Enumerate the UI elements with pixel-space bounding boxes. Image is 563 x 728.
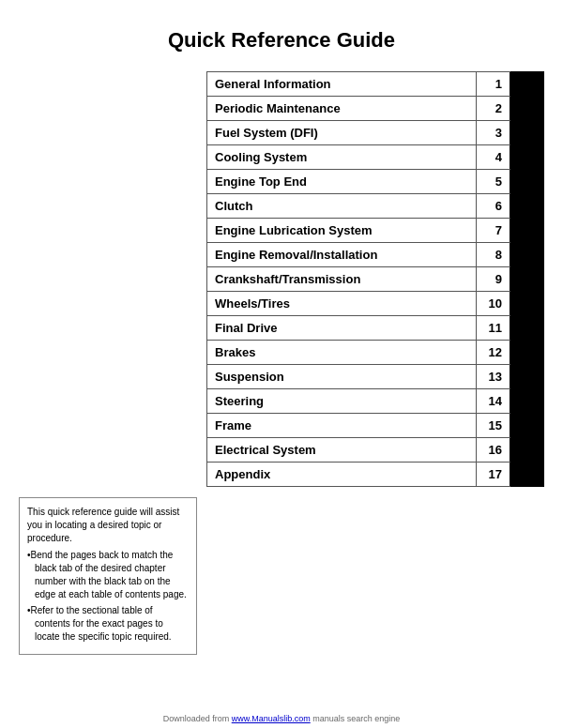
- table-cell-label: Periodic Maintenance: [207, 97, 477, 121]
- table-cell-label: General Information: [207, 72, 477, 97]
- table-cell-label: Engine Top End: [207, 170, 477, 194]
- table-row: Crankshaft/Transmission9: [207, 267, 544, 292]
- table-cell-tab: [510, 219, 544, 243]
- table-row: Clutch6: [207, 194, 544, 219]
- table-cell-number: 17: [477, 463, 510, 487]
- table-cell-tab: [510, 97, 544, 121]
- table-cell-label: Engine Lubrication System: [207, 219, 477, 243]
- sidebar-intro-text: This quick reference guide will assist y…: [27, 506, 189, 545]
- table-cell-number: 11: [477, 316, 510, 341]
- table-cell-tab: [510, 292, 544, 316]
- table-row: Steering14: [207, 389, 544, 414]
- table-cell-tab: [510, 170, 544, 194]
- table-cell-number: 14: [477, 389, 510, 414]
- table-row: Suspension13: [207, 365, 544, 389]
- table-cell-tab: [510, 341, 544, 365]
- sidebar-description-box: This quick reference guide will assist y…: [19, 497, 197, 655]
- table-cell-label: Steering: [207, 389, 477, 414]
- table-cell-label: Cooling System: [207, 145, 477, 170]
- table-row: Appendix17: [207, 463, 544, 487]
- table-cell-tab: [510, 438, 544, 463]
- table-cell-tab: [510, 121, 544, 145]
- footer-link[interactable]: www.Manualslib.com: [232, 714, 311, 723]
- table-cell-number: 15: [477, 414, 510, 438]
- table-row: Engine Lubrication System7: [207, 219, 544, 243]
- table-cell-tab: [510, 267, 544, 292]
- table-cell-number: 1: [477, 72, 510, 97]
- table-cell-label: Final Drive: [207, 316, 477, 341]
- table-cell-tab: [510, 365, 544, 389]
- table-cell-number: 9: [477, 267, 510, 292]
- table-cell-label: Fuel System (DFI): [207, 121, 477, 145]
- table-cell-number: 8: [477, 243, 510, 267]
- page-title: Quick Reference Guide: [0, 0, 563, 71]
- table-cell-number: 5: [477, 170, 510, 194]
- table-cell-tab: [510, 72, 544, 97]
- table-cell-label: Clutch: [207, 194, 477, 219]
- table-cell-tab: [510, 463, 544, 487]
- table-cell-label: Wheels/Tires: [207, 292, 477, 316]
- table-cell-tab: [510, 243, 544, 267]
- table-row: General Information1: [207, 72, 544, 97]
- table-row: Engine Removal/Installation8: [207, 243, 544, 267]
- table-cell-number: 4: [477, 145, 510, 170]
- table-cell-label: Crankshaft/Transmission: [207, 267, 477, 292]
- table-cell-number: 6: [477, 194, 510, 219]
- table-cell-number: 3: [477, 121, 510, 145]
- table-row: Periodic Maintenance2: [207, 97, 544, 121]
- table-cell-number: 13: [477, 365, 510, 389]
- table-cell-tab: [510, 145, 544, 170]
- table-cell-number: 7: [477, 219, 510, 243]
- table-cell-tab: [510, 316, 544, 341]
- table-cell-number: 2: [477, 97, 510, 121]
- table-row: Frame15: [207, 414, 544, 438]
- table-cell-tab: [510, 194, 544, 219]
- table-cell-number: 16: [477, 438, 510, 463]
- table-cell-label: Frame: [207, 414, 477, 438]
- reference-table: General Information1Periodic Maintenance…: [206, 71, 544, 487]
- reference-table-section: General Information1Periodic Maintenance…: [206, 71, 544, 487]
- table-row: Final Drive11: [207, 316, 544, 341]
- table-row: Electrical System16: [207, 438, 544, 463]
- table-row: Wheels/Tires10: [207, 292, 544, 316]
- table-cell-number: 12: [477, 341, 510, 365]
- table-cell-label: Suspension: [207, 365, 477, 389]
- table-cell-label: Electrical System: [207, 438, 477, 463]
- footer: Downloaded from www.Manualslib.com manua…: [0, 714, 563, 723]
- table-cell-number: 10: [477, 292, 510, 316]
- table-cell-tab: [510, 389, 544, 414]
- sidebar-bullet-2: •Refer to the sectional table of content…: [27, 604, 189, 644]
- table-row: Brakes12: [207, 341, 544, 365]
- table-row: Cooling System4: [207, 145, 544, 170]
- table-cell-label: Engine Removal/Installation: [207, 243, 477, 267]
- sidebar-bullet-1: •Bend the pages back to match the black …: [27, 549, 189, 601]
- table-row: Engine Top End5: [207, 170, 544, 194]
- table-row: Fuel System (DFI)3: [207, 121, 544, 145]
- table-cell-label: Brakes: [207, 341, 477, 365]
- table-cell-tab: [510, 414, 544, 438]
- table-cell-label: Appendix: [207, 463, 477, 487]
